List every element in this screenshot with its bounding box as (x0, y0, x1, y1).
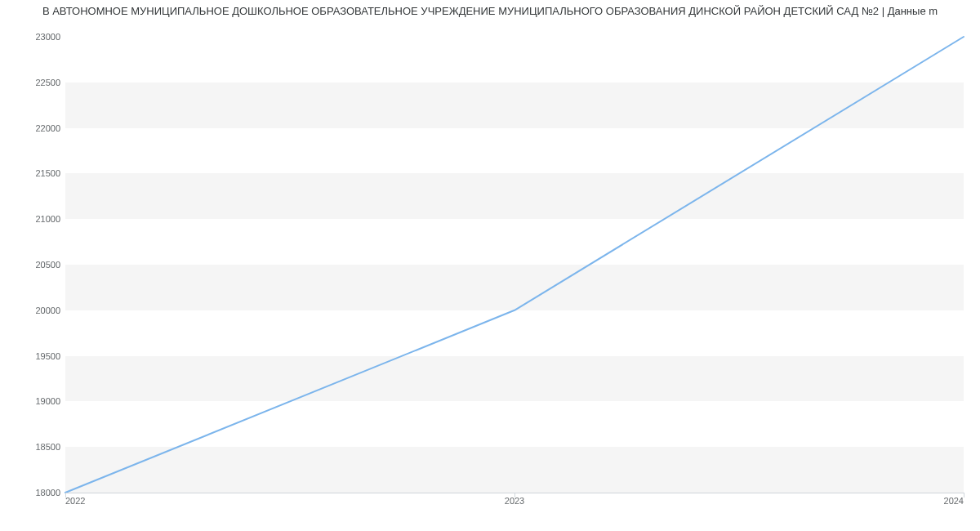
x-axis-tick-label: 2023 (505, 496, 524, 506)
y-axis-tick-label: 20500 (11, 260, 60, 270)
x-axis-tick (964, 493, 964, 498)
y-axis-tick-label: 23000 (11, 32, 60, 42)
y-axis-tick-label: 22000 (11, 123, 60, 133)
y-axis-tick-label: 21500 (11, 168, 60, 178)
chart-title: В АВТОНОМНОЕ МУНИЦИПАЛЬНОЕ ДОШКОЛЬНОЕ ОБ… (0, 0, 980, 17)
x-axis-tick-label: 2024 (944, 496, 964, 506)
chart-series-line (65, 37, 964, 493)
x-axis-tick-label: 2022 (65, 496, 85, 506)
y-axis-tick-label: 21000 (11, 214, 60, 224)
y-axis-tick-label: 18000 (11, 488, 60, 498)
y-axis-tick-label: 19500 (11, 351, 60, 361)
y-axis-tick-label: 19000 (11, 396, 60, 406)
chart-line-layer (65, 37, 964, 493)
chart-plot-area: 1800018500190001950020000205002100021500… (65, 37, 964, 493)
y-axis-tick-label: 22500 (11, 78, 60, 87)
y-axis-tick-label: 20000 (11, 306, 60, 315)
y-axis-tick-label: 18500 (11, 442, 60, 452)
